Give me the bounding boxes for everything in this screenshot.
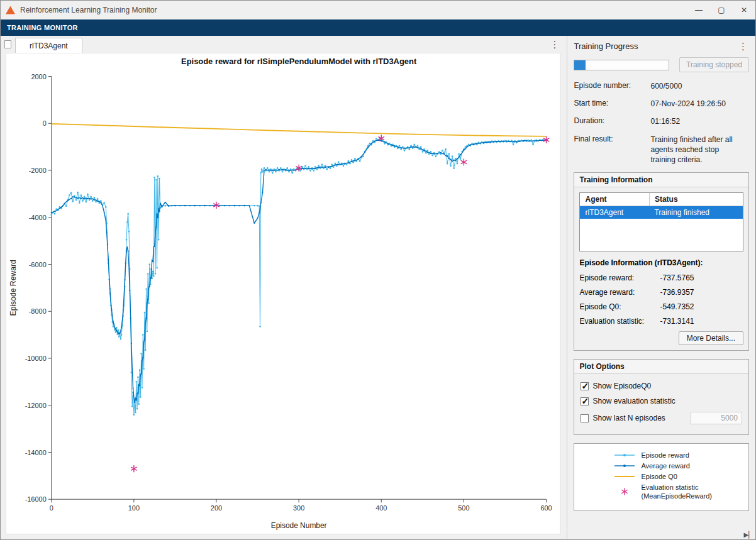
training-stopped-button[interactable]: Training stopped	[679, 57, 749, 72]
field-label: Duration:	[574, 116, 650, 126]
svg-text:-16000: -16000	[25, 495, 47, 503]
svg-text:-12000: -12000	[25, 402, 47, 409]
info-label: Average reward:	[579, 288, 660, 297]
svg-text:100: 100	[128, 504, 140, 512]
panel-overflow-menu-icon[interactable]: ⋮	[738, 41, 748, 51]
show-evaluation-statistic-checkbox[interactable]	[581, 397, 589, 405]
svg-text:400: 400	[375, 504, 387, 512]
col-status[interactable]: Status	[649, 193, 743, 206]
plot-options-header: Plot Options	[574, 360, 748, 374]
panel-collapse-icon[interactable]: ▶▏	[744, 531, 753, 538]
more-details-button[interactable]: More Details...	[679, 331, 743, 345]
info-episode-q0: Episode Q0: -549.7352	[579, 302, 743, 311]
table-row[interactable]: rlTD3Agent Training finished	[580, 206, 743, 219]
legend-label: Episode Q0	[641, 473, 677, 480]
cell-agent: rlTD3Agent	[580, 206, 649, 219]
field-value: 07-Nov-2024 19:26:50	[650, 99, 749, 109]
reward-plot: 010020030040050060020000-2000-4000-6000-…	[6, 53, 560, 534]
svg-text:-10000: -10000	[25, 355, 47, 362]
legend-swatch	[613, 461, 636, 470]
plot-panel: 010020030040050060020000-2000-4000-6000-…	[6, 53, 560, 534]
svg-text:Episode Reward: Episode Reward	[9, 260, 18, 316]
legend-item-episode-q0: Episode Q0	[613, 472, 748, 481]
plot-options-section: Plot Options Show EpisodeQ0 Show evaluat…	[574, 359, 749, 435]
field-label: Start time:	[574, 99, 650, 109]
window-title: Reinforcement Learning Training Monitor	[20, 6, 157, 14]
option-label: Show last N episodes	[592, 414, 665, 422]
legend-item-evaluation-statistic: Evaluation statistic (MeanEpisodeReward)	[613, 483, 748, 501]
svg-text:200: 200	[211, 504, 222, 512]
app-window: Reinforcement Learning Training Monitor …	[0, 0, 756, 540]
plot-option-row: Show evaluation statistic	[581, 397, 742, 405]
tab-label: rlTD3Agent	[30, 41, 68, 50]
field-episode-number: Episode number: 600/5000	[574, 81, 749, 91]
info-value: -549.7352	[660, 302, 694, 311]
svg-text:Episode reward for rlSimplePen: Episode reward for rlSimplePendulumModel…	[181, 57, 417, 66]
legend-item-average-reward: Average reward	[613, 461, 748, 470]
training-progress-panel: Training Progress ⋮ Training stopped Epi…	[567, 36, 755, 539]
svg-text:600: 600	[540, 504, 552, 512]
field-final-result: Final result: Training finished after al…	[574, 135, 749, 165]
legend-swatch	[613, 487, 636, 496]
legend-swatch	[613, 472, 636, 481]
training-progress-bar	[574, 60, 669, 70]
titlebar: Reinforcement Learning Training Monitor …	[1, 1, 755, 19]
minimize-button[interactable]: —	[687, 1, 710, 19]
episode-information-header: Episode Information (rlTD3Agent):	[579, 258, 743, 267]
plot-legend: Episode reward Average reward Episode Q0…	[574, 443, 749, 511]
svg-text:0: 0	[43, 119, 47, 127]
field-duration: Duration: 01:16:52	[574, 116, 749, 126]
plot-option-row: Show last N episodes	[581, 412, 742, 424]
ribbon: TRAINING MONITOR	[1, 19, 755, 36]
legend-item-episode-reward: Episode reward	[613, 451, 748, 460]
plot-region: rlTD3Agent ⋮ 010020030040050060020000-20…	[1, 36, 567, 539]
document-bar-icon	[4, 40, 11, 48]
field-value: 01:16:52	[650, 116, 749, 126]
col-agent[interactable]: Agent	[580, 193, 649, 206]
info-label: Episode Q0:	[579, 302, 660, 311]
panel-title: Training Progress	[574, 41, 638, 51]
svg-text:Episode Number: Episode Number	[271, 521, 327, 530]
field-label: Episode number:	[574, 81, 650, 91]
legend-label: Episode reward	[641, 451, 689, 459]
info-label: Evaluation statistic:	[579, 317, 660, 326]
svg-text:300: 300	[293, 504, 304, 512]
show-last-n-episodes-checkbox[interactable]	[581, 414, 589, 422]
legend-swatch	[613, 451, 636, 460]
info-value: -731.3141	[660, 317, 694, 326]
option-label: Show EpisodeQ0	[592, 382, 651, 390]
plot-option-row: Show EpisodeQ0	[581, 382, 742, 390]
field-start-time: Start time: 07-Nov-2024 19:26:50	[574, 99, 749, 109]
info-label: Episode reward:	[579, 273, 660, 282]
agent-status-table-wrap: Agent Status rlTD3Agent Training finishe…	[579, 192, 743, 251]
legend-label: Evaluation statistic (MeanEpisodeReward)	[641, 483, 712, 501]
svg-text:500: 500	[458, 504, 469, 512]
svg-text:0: 0	[50, 504, 53, 512]
svg-text:-6000: -6000	[29, 260, 47, 268]
svg-text:-14000: -14000	[25, 448, 47, 456]
tab-rltd3agent[interactable]: rlTD3Agent	[15, 38, 82, 53]
legend-label: Average reward	[641, 462, 689, 470]
cell-status: Training finished	[649, 206, 743, 219]
n-episodes-input[interactable]	[691, 412, 742, 424]
info-value: -736.9357	[660, 288, 694, 297]
training-information-section: Training Information Agent Status	[574, 172, 749, 351]
ribbon-tab-training-monitor[interactable]: TRAINING MONITOR	[7, 24, 78, 31]
field-value: 600/5000	[650, 81, 749, 91]
training-information-header: Training Information	[574, 173, 748, 187]
option-label: Show evaluation statistic	[592, 397, 675, 405]
svg-text:-8000: -8000	[29, 307, 47, 315]
svg-text:-2000: -2000	[29, 167, 47, 174]
info-average-reward: Average reward: -736.9357	[579, 288, 743, 297]
progress-fill	[574, 60, 586, 70]
svg-text:-4000: -4000	[29, 214, 47, 221]
agent-status-table: Agent Status rlTD3Agent Training finishe…	[580, 193, 743, 219]
field-label: Final result:	[574, 135, 650, 165]
document-tabbar: rlTD3Agent ⋮	[1, 36, 567, 53]
field-value: Training finished after all agents reach…	[650, 135, 745, 165]
show-episodeq0-checkbox[interactable]	[581, 382, 589, 390]
plot-overflow-menu-icon[interactable]: ⋮	[550, 40, 559, 49]
maximize-button[interactable]: ▢	[710, 1, 733, 19]
close-button[interactable]: ✕	[733, 1, 755, 19]
info-evaluation-statistic: Evaluation statistic: -731.3141	[579, 317, 743, 326]
